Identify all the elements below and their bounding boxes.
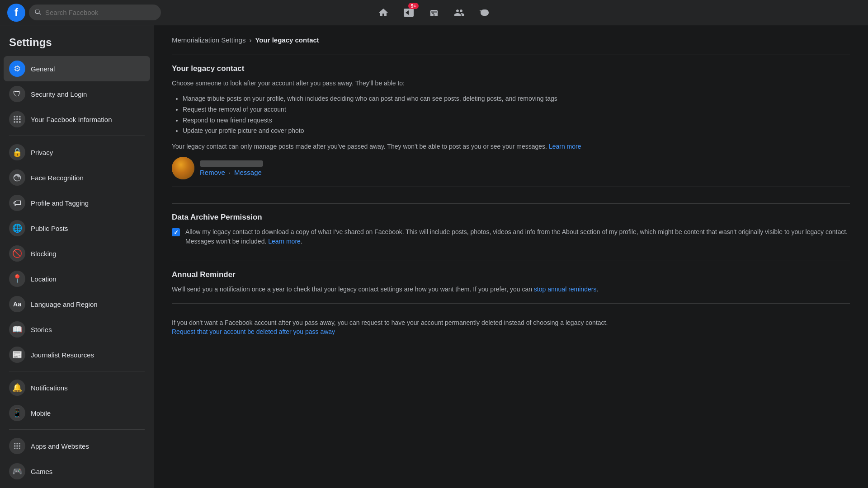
privacy-icon: 🔒 bbox=[9, 144, 25, 160]
facebook-logo[interactable]: f bbox=[7, 4, 25, 22]
legacy-contact-note: Your legacy contact can only manage post… bbox=[172, 142, 850, 151]
search-icon bbox=[34, 8, 42, 17]
home-nav-button[interactable] bbox=[373, 2, 394, 23]
sidebar-item-label: Location bbox=[31, 275, 57, 283]
contact-name-blurred bbox=[200, 160, 263, 167]
data-archive-checkbox-row: ✓ Allow my legacy contact to download a … bbox=[172, 227, 850, 246]
sidebar-item-label: Blocking bbox=[31, 250, 57, 258]
sidebar-item-profile-tagging[interactable]: 🏷 Profile and Tagging bbox=[4, 190, 150, 216]
sidebar-item-label: Profile and Tagging bbox=[31, 199, 89, 207]
bullet-3: Respond to new friend requests bbox=[183, 115, 850, 126]
sidebar-divider-1 bbox=[9, 136, 145, 136]
groups-nav-button[interactable] bbox=[448, 2, 470, 23]
contact-actions: Remove · Message bbox=[200, 169, 263, 176]
contact-avatar bbox=[172, 157, 194, 179]
settings-sidebar: Settings ⚙ General 🛡 Security and Login … bbox=[0, 25, 154, 488]
sidebar-item-journalist[interactable]: 📰 Journalist Resources bbox=[4, 342, 150, 367]
stop-reminders-link[interactable]: stop annual reminders bbox=[534, 286, 597, 293]
marketplace-nav-button[interactable] bbox=[423, 2, 445, 23]
security-icon: 🛡 bbox=[9, 86, 25, 102]
journalist-icon: 📰 bbox=[9, 347, 25, 363]
sidebar-item-label: Games bbox=[31, 468, 52, 475]
sidebar-item-security[interactable]: 🛡 Security and Login bbox=[4, 81, 150, 107]
profile-tagging-icon: 🏷 bbox=[9, 195, 25, 211]
breadcrumb-memorialization[interactable]: Memorialization Settings bbox=[172, 36, 245, 44]
sidebar-item-label: Face Recognition bbox=[31, 174, 84, 182]
stories-icon: 📖 bbox=[9, 321, 25, 338]
main-content: Memorialization Settings › Your legacy c… bbox=[154, 25, 868, 488]
topnav-center-icons: 9+ bbox=[373, 2, 495, 23]
sidebar-item-public-posts[interactable]: 🌐 Public Posts bbox=[4, 216, 150, 241]
data-archive-checkbox[interactable]: ✓ bbox=[172, 228, 180, 236]
sidebar-item-label: Public Posts bbox=[31, 225, 68, 232]
watch-badge: 9+ bbox=[408, 3, 419, 9]
sidebar-item-blocking[interactable]: 🚫 Blocking bbox=[4, 241, 150, 266]
general-icon: ⚙ bbox=[9, 61, 25, 77]
sidebar-item-mobile[interactable]: 📱 Mobile bbox=[4, 400, 150, 426]
search-input[interactable] bbox=[45, 9, 156, 16]
account-deletion-section: If you don't want a Facebook account aft… bbox=[172, 303, 850, 344]
public-posts-icon: 🌐 bbox=[9, 220, 25, 236]
breadcrumb-legacy-contact: Your legacy contact bbox=[255, 36, 319, 44]
sidebar-divider-3 bbox=[9, 429, 145, 430]
sidebar-item-label: Mobile bbox=[31, 409, 51, 417]
sidebar-item-language[interactable]: Aa Language and Region bbox=[4, 291, 150, 317]
sidebar-title: Settings bbox=[4, 33, 150, 56]
data-archive-learn-more[interactable]: Learn more bbox=[268, 238, 301, 245]
sidebar-item-label: Journalist Resources bbox=[31, 351, 94, 359]
watch-nav-button[interactable]: 9+ bbox=[398, 2, 420, 23]
sidebar-item-label: Language and Region bbox=[31, 300, 98, 308]
annual-reminder-text: We'll send you a notification once a yea… bbox=[172, 285, 850, 294]
sidebar-item-apps[interactable]: Apps and Websites bbox=[4, 433, 150, 459]
bullet-2: Request the removal of your account bbox=[183, 104, 850, 115]
sidebar-item-label: Stories bbox=[31, 326, 52, 333]
main-layout: Settings ⚙ General 🛡 Security and Login … bbox=[0, 25, 868, 488]
face-recognition-icon bbox=[9, 169, 25, 186]
sidebar-item-label: Security and Login bbox=[31, 90, 87, 98]
mobile-icon: 📱 bbox=[9, 405, 25, 421]
sidebar-item-face-recognition[interactable]: Face Recognition bbox=[4, 165, 150, 190]
fb-info-icon bbox=[9, 111, 25, 127]
notifications-icon: 🔔 bbox=[9, 380, 25, 396]
top-navigation: f 9+ bbox=[0, 0, 868, 25]
bullet-4: Update your profile picture and cover ph… bbox=[183, 126, 850, 136]
blocking-icon: 🚫 bbox=[9, 245, 25, 262]
sidebar-item-privacy[interactable]: 🔒 Privacy bbox=[4, 140, 150, 165]
search-bar-container[interactable] bbox=[29, 5, 161, 20]
gaming-nav-button[interactable] bbox=[474, 2, 495, 23]
legacy-contact-row: Remove · Message bbox=[172, 157, 850, 187]
sidebar-item-label: Your Facebook Information bbox=[31, 116, 112, 123]
sidebar-item-general[interactable]: ⚙ General bbox=[4, 56, 150, 81]
legacy-contact-bullets: Manage tribute posts on your profile, wh… bbox=[172, 94, 850, 136]
games-icon: 🎮 bbox=[9, 463, 25, 479]
sidebar-item-label: Privacy bbox=[31, 149, 53, 156]
data-archive-label: Allow my legacy contact to download a co… bbox=[185, 227, 850, 246]
breadcrumb: Memorialization Settings › Your legacy c… bbox=[172, 36, 850, 44]
sidebar-item-label: General bbox=[31, 65, 55, 73]
bullet-1: Manage tribute posts on your profile, wh… bbox=[183, 94, 850, 104]
apps-icon bbox=[9, 438, 25, 454]
sidebar-item-fb-info[interactable]: Your Facebook Information bbox=[4, 107, 150, 132]
legacy-contact-section: Your legacy contact Choose someone to lo… bbox=[172, 55, 850, 203]
sidebar-item-stories[interactable]: 📖 Stories bbox=[4, 317, 150, 342]
contact-info: Remove · Message bbox=[200, 160, 263, 176]
annual-reminder-title: Annual Reminder bbox=[172, 270, 850, 279]
remove-contact-link[interactable]: Remove bbox=[200, 169, 225, 176]
sidebar-item-label: Apps and Websites bbox=[31, 442, 89, 450]
language-icon: Aa bbox=[9, 296, 25, 312]
sidebar-divider-2 bbox=[9, 371, 145, 371]
message-contact-link[interactable]: Message bbox=[234, 169, 262, 176]
account-deletion-text: If you don't want a Facebook account aft… bbox=[172, 318, 850, 328]
data-archive-title: Data Archive Permission bbox=[172, 213, 850, 222]
sidebar-item-location[interactable]: 📍 Location bbox=[4, 266, 150, 291]
legacy-contact-intro: Choose someone to look after your accoun… bbox=[172, 79, 850, 88]
data-archive-section: Data Archive Permission ✓ Allow my legac… bbox=[172, 203, 850, 261]
sidebar-item-games[interactable]: 🎮 Games bbox=[4, 459, 150, 484]
location-icon: 📍 bbox=[9, 271, 25, 287]
account-deletion-link[interactable]: Request that your account be deleted aft… bbox=[172, 328, 335, 335]
annual-reminder-section: Annual Reminder We'll send you a notific… bbox=[172, 261, 850, 303]
topnav-left: f bbox=[7, 4, 161, 22]
legacy-contact-title: Your legacy contact bbox=[172, 64, 850, 73]
learn-more-link-1[interactable]: Learn more bbox=[549, 143, 581, 150]
sidebar-item-notifications[interactable]: 🔔 Notifications bbox=[4, 375, 150, 400]
